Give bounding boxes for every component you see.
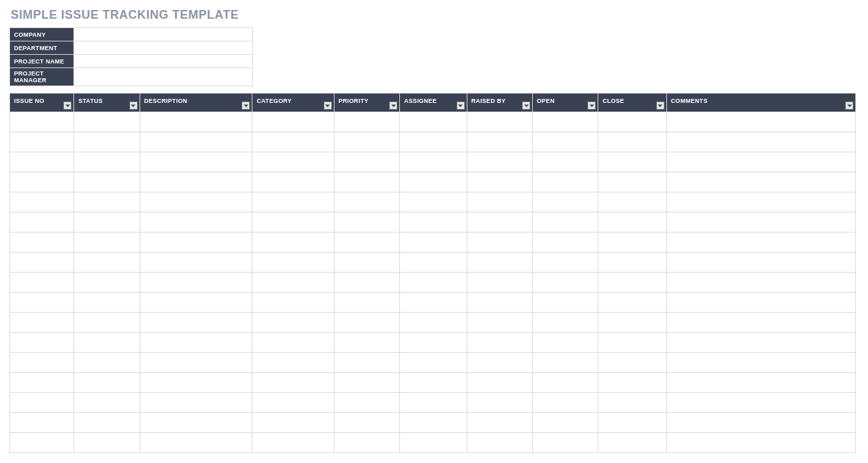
table-cell[interactable] [252,273,334,293]
table-cell[interactable] [467,152,532,172]
filter-dropdown-icon[interactable] [130,102,138,110]
table-cell[interactable] [467,293,532,313]
table-cell[interactable] [74,253,140,273]
table-cell[interactable] [666,132,855,152]
filter-dropdown-icon[interactable] [389,102,397,110]
table-cell[interactable] [10,192,74,212]
table-cell[interactable] [140,293,252,313]
table-cell[interactable] [666,433,855,453]
table-cell[interactable] [10,373,74,393]
filter-dropdown-icon[interactable] [845,102,853,110]
table-cell[interactable] [252,353,334,373]
table-cell[interactable] [400,233,467,253]
table-cell[interactable] [140,212,252,233]
table-cell[interactable] [140,273,252,293]
table-cell[interactable] [533,433,598,453]
table-cell[interactable] [467,433,532,453]
table-cell[interactable] [533,333,598,353]
table-cell[interactable] [140,253,252,273]
table-cell[interactable] [598,112,666,132]
table-cell[interactable] [666,233,855,253]
table-cell[interactable] [533,132,598,152]
table-cell[interactable] [334,353,399,373]
table-cell[interactable] [533,172,598,192]
table-cell[interactable] [533,273,598,293]
table-cell[interactable] [334,172,399,192]
table-cell[interactable] [533,253,598,273]
filter-dropdown-icon[interactable] [457,102,465,110]
table-cell[interactable] [74,212,140,233]
table-cell[interactable] [400,293,467,313]
table-cell[interactable] [140,393,252,413]
table-cell[interactable] [598,152,666,172]
table-cell[interactable] [400,132,467,152]
table-cell[interactable] [400,333,467,353]
column-header[interactable]: OPEN [533,94,598,112]
table-cell[interactable] [666,192,855,212]
table-cell[interactable] [666,393,855,413]
table-cell[interactable] [598,313,666,333]
table-cell[interactable] [74,413,140,433]
table-cell[interactable] [666,273,855,293]
table-cell[interactable] [252,112,334,132]
table-cell[interactable] [666,253,855,273]
table-cell[interactable] [467,132,532,152]
table-cell[interactable] [252,433,334,453]
table-cell[interactable] [74,313,140,333]
table-cell[interactable] [252,212,334,233]
table-cell[interactable] [533,233,598,253]
table-cell[interactable] [74,373,140,393]
table-cell[interactable] [666,333,855,353]
table-cell[interactable] [140,172,252,192]
table-cell[interactable] [252,393,334,413]
table-cell[interactable] [533,293,598,313]
table-cell[interactable] [140,433,252,453]
table-cell[interactable] [666,373,855,393]
table-cell[interactable] [140,152,252,172]
table-cell[interactable] [400,373,467,393]
table-cell[interactable] [252,293,334,313]
table-cell[interactable] [334,433,399,453]
table-cell[interactable] [10,313,74,333]
table-cell[interactable] [467,273,532,293]
table-cell[interactable] [10,433,74,453]
table-cell[interactable] [598,233,666,253]
table-cell[interactable] [74,353,140,373]
table-cell[interactable] [533,212,598,233]
meta-value[interactable] [74,28,253,41]
table-cell[interactable] [467,172,532,192]
table-cell[interactable] [334,112,399,132]
table-cell[interactable] [10,413,74,433]
table-cell[interactable] [252,233,334,253]
filter-dropdown-icon[interactable] [242,102,250,110]
column-header[interactable]: ISSUE NO [10,94,74,112]
table-cell[interactable] [74,132,140,152]
table-cell[interactable] [533,373,598,393]
table-cell[interactable] [10,212,74,233]
table-cell[interactable] [74,152,140,172]
table-cell[interactable] [140,132,252,152]
filter-dropdown-icon[interactable] [588,102,596,110]
table-cell[interactable] [666,293,855,313]
table-cell[interactable] [598,333,666,353]
table-cell[interactable] [10,233,74,253]
table-cell[interactable] [400,313,467,333]
table-cell[interactable] [598,132,666,152]
table-cell[interactable] [666,413,855,433]
table-cell[interactable] [10,293,74,313]
table-cell[interactable] [467,233,532,253]
table-cell[interactable] [252,152,334,172]
table-cell[interactable] [598,192,666,212]
table-cell[interactable] [334,152,399,172]
table-cell[interactable] [74,393,140,413]
table-cell[interactable] [140,353,252,373]
table-cell[interactable] [467,192,532,212]
table-cell[interactable] [467,393,532,413]
table-cell[interactable] [252,192,334,212]
table-cell[interactable] [400,212,467,233]
column-header[interactable]: COMMENTS [666,94,855,112]
table-cell[interactable] [467,413,532,433]
column-header[interactable]: CATEGORY [252,94,334,112]
table-cell[interactable] [666,172,855,192]
table-cell[interactable] [598,253,666,273]
